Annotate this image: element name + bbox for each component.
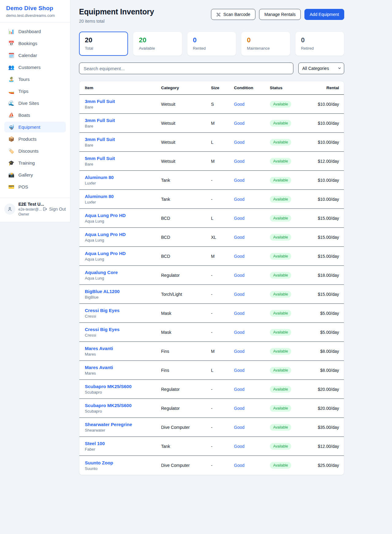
item-brand: Mares [85, 352, 161, 357]
stat-card[interactable]: 0 Rented [187, 32, 236, 56]
condition-link[interactable]: Good [234, 406, 270, 411]
sidebar-item-label: Equipment [18, 124, 40, 130]
dive-sites-icon: 🌊 [8, 101, 15, 106]
condition-link[interactable]: Good [234, 425, 270, 430]
item-name-link[interactable]: 3mm Full Suit [85, 99, 161, 104]
condition-link[interactable]: Good [234, 102, 270, 107]
stat-card[interactable]: 20 Total [79, 32, 128, 56]
item-name-link[interactable]: Steel 100 [85, 441, 161, 446]
boats-icon: ⛵ [8, 113, 15, 118]
condition-link[interactable]: Good [234, 197, 270, 202]
size-cell: M [211, 349, 234, 354]
category-cell: Wetsuit [161, 159, 211, 164]
sidebar-item-gallery[interactable]: 📸 Gallery [4, 170, 66, 180]
sidebar-item-trips[interactable]: 🚤 Trips [4, 86, 66, 97]
stat-card[interactable]: 0 Retired [295, 32, 344, 56]
condition-link[interactable]: Good [234, 463, 270, 468]
item-name-link[interactable]: Shearwater Peregrine [85, 422, 161, 427]
add-equipment-button[interactable]: Add Equipment [304, 9, 344, 20]
rental-cell: $10.00/day [314, 102, 339, 107]
item-name-link[interactable]: Cressi Big Eyes [85, 308, 161, 313]
item-cell: 5mm Full Suit Bare [85, 156, 161, 166]
item-name-link[interactable]: Cressi Big Eyes [85, 327, 161, 332]
status-badge: Available [270, 120, 291, 127]
sidebar-item-dive-sites[interactable]: 🌊 Dive Sites [4, 98, 66, 109]
stat-card[interactable]: 0 Maintenance [241, 32, 290, 56]
sidebar-item-discounts[interactable]: 🏷️ Discounts [4, 146, 66, 156]
item-name-link[interactable]: Mares Avanti [85, 365, 161, 370]
sidebar-item-training[interactable]: 🎓 Training [4, 158, 66, 168]
status-cell: Available [270, 424, 314, 431]
category-cell: Mask [161, 311, 211, 316]
sidebar-item-customers[interactable]: 👥 Customers [4, 62, 66, 73]
rental-cell: $20.00/day [314, 406, 339, 411]
item-cell: Aqua Lung Pro HD Aqua Lung [85, 213, 161, 223]
stat-card[interactable]: 20 Available [133, 32, 182, 56]
item-name-link[interactable]: Aluminum 80 [85, 194, 161, 199]
condition-link[interactable]: Good [234, 292, 270, 297]
item-name-link[interactable]: Aqua Lung Pro HD [85, 251, 161, 256]
rental-cell: $10.00/day [314, 178, 339, 183]
sidebar-item-dashboard[interactable]: 📊 Dashboard [4, 26, 66, 37]
bookings-icon: 📅 [8, 41, 15, 46]
main-content: Equipment Inventory 20 items total Scan … [70, 0, 392, 487]
condition-link[interactable]: Good [234, 159, 270, 164]
item-cell: Aqualung Core Aqua Lung [85, 270, 161, 280]
column-header-category: Category [161, 86, 211, 90]
sidebar-item-pos[interactable]: 💳 POS [4, 181, 66, 192]
item-name-link[interactable]: Scubapro MK25/S600 [85, 403, 161, 408]
sidebar-item-bookings[interactable]: 📅 Bookings [4, 38, 66, 49]
category-cell: Regulator [161, 387, 211, 392]
item-name-link[interactable]: Aluminum 80 [85, 175, 161, 180]
item-name-link[interactable]: Aqua Lung Pro HD [85, 232, 161, 237]
scan-barcode-button[interactable]: Scan Barcode [211, 9, 255, 20]
status-cell: Available [270, 310, 314, 317]
column-header-rental: Rental [314, 86, 339, 90]
condition-link[interactable]: Good [234, 444, 270, 449]
item-name-link[interactable]: Scubapro MK25/S600 [85, 384, 161, 389]
search-input[interactable] [79, 63, 293, 74]
condition-link[interactable]: Good [234, 311, 270, 316]
category-select-wrap: All Categories [298, 63, 344, 74]
condition-link[interactable]: Good [234, 216, 270, 221]
condition-link[interactable]: Good [234, 235, 270, 240]
status-badge: Available [270, 253, 291, 260]
item-name-link[interactable]: 3mm Full Suit [85, 137, 161, 142]
sidebar-item-equipment[interactable]: 🤿 Equipment [4, 122, 66, 132]
condition-link[interactable]: Good [234, 178, 270, 183]
item-name-link[interactable]: BigBlue AL1200 [85, 289, 161, 294]
condition-link[interactable]: Good [234, 121, 270, 126]
sidebar-item-tours[interactable]: 🏝️ Tours [4, 74, 66, 85]
item-name-link[interactable]: 5mm Full Suit [85, 156, 161, 161]
item-name-link[interactable]: Mares Avanti [85, 346, 161, 351]
size-cell: - [211, 425, 234, 430]
condition-link[interactable]: Good [234, 330, 270, 335]
table-row: 5mm Full Suit Bare Wetsuit M Good Availa… [79, 152, 344, 171]
condition-link[interactable]: Good [234, 273, 270, 278]
condition-link[interactable]: Good [234, 140, 270, 145]
condition-link[interactable]: Good [234, 349, 270, 354]
brand-name[interactable]: Demo Dive Shop [6, 5, 64, 12]
sidebar-item-products[interactable]: 📦 Products [4, 134, 66, 144]
table-row: Steel 100 Faber Tank - Good Available $1… [79, 437, 344, 456]
item-name-link[interactable]: Suunto Zoop [85, 460, 161, 465]
status-badge: Available [270, 291, 291, 298]
item-name-link[interactable]: 3mm Full Suit [85, 118, 161, 123]
condition-link[interactable]: Good [234, 254, 270, 259]
sidebar-item-calendar[interactable]: 🗓️ Calendar [4, 50, 66, 61]
condition-link[interactable]: Good [234, 368, 270, 373]
item-name-link[interactable]: Aqua Lung Pro HD [85, 213, 161, 218]
item-name-link[interactable]: Aqualung Core [85, 270, 161, 275]
status-cell: Available [270, 272, 314, 279]
item-brand: Suunto [85, 466, 161, 471]
condition-link[interactable]: Good [234, 387, 270, 392]
equipment-icon: 🤿 [8, 125, 15, 130]
sidebar-item-boats[interactable]: ⛵ Boats [4, 110, 66, 120]
manage-rentals-button[interactable]: Manage Rentals [259, 9, 301, 20]
category-select[interactable]: All Categories [298, 63, 344, 74]
table-row: Shearwater Peregrine Shearwater Dive Com… [79, 418, 344, 437]
rental-cell: $8.00/day [314, 368, 339, 373]
category-cell: Mask [161, 330, 211, 335]
barcode-scan-icon [216, 12, 221, 17]
sign-out-button[interactable]: Sign Out [43, 207, 66, 212]
